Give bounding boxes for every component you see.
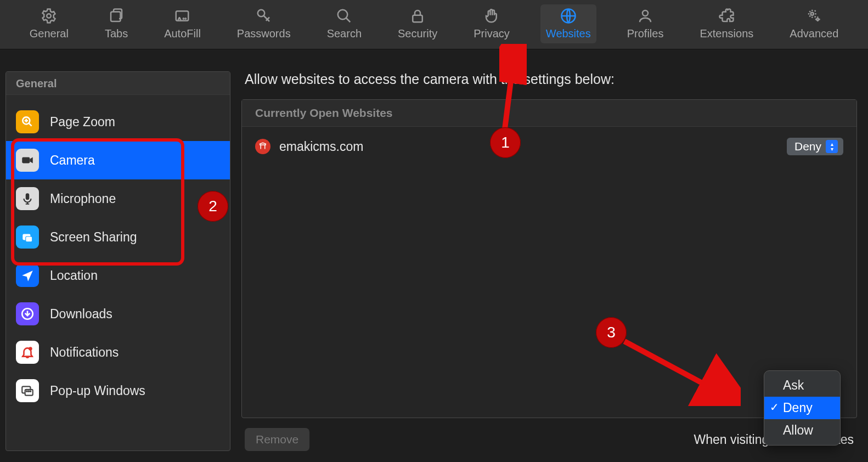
sidebar-item-label: Pop-up Windows <box>50 384 145 398</box>
toolbar-security[interactable]: Security <box>392 4 443 43</box>
toolbar-passwords[interactable]: Passwords <box>232 4 296 43</box>
toolbar-label: Extensions <box>700 27 753 40</box>
svg-rect-16 <box>26 236 32 242</box>
gear-icon <box>41 8 57 24</box>
preferences-toolbar: General Tabs AutoFill Passwords Search S… <box>0 0 868 49</box>
annotation-circle-3: 3 <box>596 317 627 348</box>
sidebar-item-label: Page Zoom <box>50 115 115 129</box>
toolbar-search[interactable]: Search <box>322 4 367 43</box>
svg-point-10 <box>811 13 814 15</box>
dropdown-option-allow[interactable]: Allow <box>764 419 840 442</box>
content-area: General Page Zoom Camera Microphone <box>0 49 868 462</box>
zoom-icon <box>16 110 39 133</box>
sidebar-item-label: Microphone <box>50 191 116 206</box>
annotation-circle-1: 1 <box>490 127 521 158</box>
toolbar-label: AutoFill <box>164 27 201 40</box>
svg-point-22 <box>28 391 29 392</box>
lock-icon <box>409 8 426 24</box>
toolbar-general[interactable]: General <box>24 4 74 43</box>
search-icon <box>336 8 352 24</box>
toolbar-label: Advanced <box>790 27 838 40</box>
svg-rect-7 <box>413 15 422 22</box>
svg-rect-1 <box>111 12 121 22</box>
sidebar-item-label: Screen Sharing <box>50 230 137 245</box>
toolbar-label: Profiles <box>627 27 664 40</box>
toolbar-label: Tabs <box>105 27 128 40</box>
toolbar-websites[interactable]: Websites <box>540 4 596 43</box>
globe-icon <box>560 8 577 24</box>
toolbar-label: Search <box>327 27 362 40</box>
dropdown-option-ask[interactable]: Ask <box>764 374 840 397</box>
site-favicon <box>255 139 270 154</box>
toolbar-privacy[interactable]: Privacy <box>468 4 515 43</box>
remove-button[interactable]: Remove <box>245 428 309 451</box>
person-icon <box>637 8 653 24</box>
sidebar-item-label: Location <box>50 268 98 283</box>
svg-point-6 <box>338 10 348 20</box>
screen-sharing-icon <box>16 226 39 249</box>
key-icon <box>256 8 272 24</box>
sidebar-item-label: Notifications <box>50 345 119 360</box>
sidebar-item-notifications[interactable]: Notifications <box>6 333 230 371</box>
sites-box: Currently Open Websites emakicms.com Den… <box>241 99 857 418</box>
sidebar-item-downloads[interactable]: Downloads <box>6 295 230 333</box>
svg-rect-14 <box>26 193 30 200</box>
other-websites-dropdown[interactable]: Ask Deny Allow <box>764 370 841 446</box>
toolbar-extensions[interactable]: Extensions <box>694 4 759 43</box>
autofill-icon <box>174 8 190 24</box>
svg-point-18 <box>29 347 32 351</box>
sidebar-item-label: Camera <box>50 153 95 168</box>
sidebar-item-microphone[interactable]: Microphone <box>6 179 230 218</box>
sidebar-item-page-zoom[interactable]: Page Zoom <box>6 103 230 141</box>
sidebar-item-popups[interactable]: Pop-up Windows <box>6 371 230 410</box>
toolbar-label: Websites <box>546 27 591 40</box>
sidebar-item-camera[interactable]: Camera <box>6 141 230 179</box>
sidebar-item-screen-sharing[interactable]: Screen Sharing <box>6 218 230 256</box>
camera-icon <box>16 149 39 172</box>
sidebar-header: General <box>6 72 230 95</box>
main-pane: Allow websites to access the camera with… <box>241 71 857 451</box>
bell-icon <box>16 341 39 364</box>
sidebar-list: Page Zoom Camera Microphone Screen Shari… <box>6 95 230 410</box>
svg-point-11 <box>816 18 819 20</box>
site-row[interactable]: emakicms.com Deny <box>242 127 856 166</box>
microphone-icon <box>16 187 39 210</box>
svg-point-9 <box>642 10 648 16</box>
sites-header: Currently Open Websites <box>242 100 856 127</box>
toolbar-label: Security <box>398 27 437 40</box>
toolbar-profiles[interactable]: Profiles <box>622 4 669 43</box>
svg-point-23 <box>30 391 31 392</box>
svg-point-0 <box>47 14 52 18</box>
toolbar-label: Privacy <box>474 27 510 40</box>
toolbar-label: Passwords <box>237 27 291 40</box>
svg-point-21 <box>26 391 27 392</box>
site-permission-value: Deny <box>794 140 821 153</box>
dropdown-option-deny[interactable]: Deny <box>764 397 840 419</box>
sidebar-item-label: Downloads <box>50 307 112 322</box>
hand-icon <box>483 8 500 24</box>
downloads-icon <box>16 302 39 325</box>
site-permission-select[interactable]: Deny <box>787 138 843 155</box>
svg-point-3 <box>183 18 184 19</box>
chevron-updown-icon <box>826 140 838 153</box>
toolbar-tabs[interactable]: Tabs <box>99 4 133 43</box>
svg-rect-13 <box>22 157 30 164</box>
gears-icon <box>806 8 822 24</box>
tabs-icon <box>108 8 125 24</box>
annotation-circle-2: 2 <box>198 191 228 222</box>
sidebar-item-location[interactable]: Location <box>6 256 230 295</box>
svg-point-4 <box>185 18 187 19</box>
toolbar-autofill[interactable]: AutoFill <box>159 4 206 43</box>
site-domain: emakicms.com <box>279 139 778 154</box>
location-icon <box>16 264 39 287</box>
window-icon <box>16 379 39 402</box>
toolbar-label: General <box>30 27 69 40</box>
puzzle-icon <box>718 8 735 24</box>
toolbar-advanced[interactable]: Advanced <box>784 4 844 43</box>
main-title: Allow websites to access the camera with… <box>245 71 857 87</box>
sidebar: General Page Zoom Camera Microphone <box>5 71 230 451</box>
